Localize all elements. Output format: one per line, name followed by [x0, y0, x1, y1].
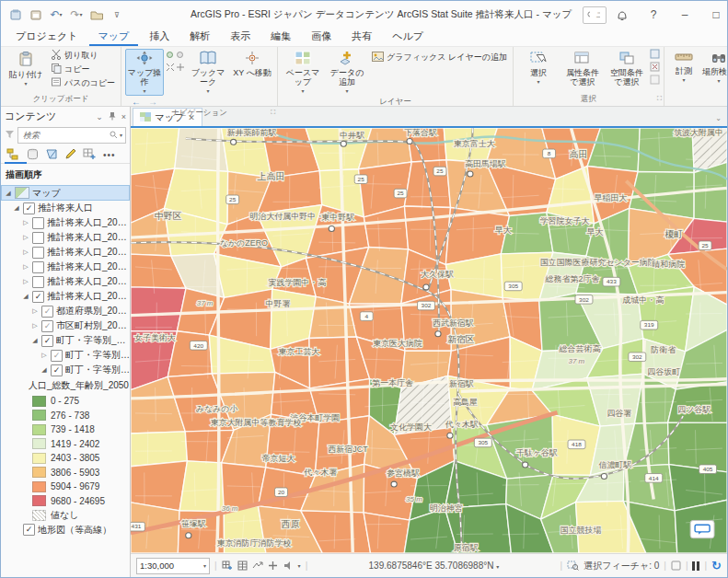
layer-visibility-checkbox[interactable]: ✓: [32, 291, 44, 303]
scale-select[interactable]: 1:30,000 ▾: [136, 558, 210, 574]
choropleth-polygon[interactable]: [131, 128, 179, 175]
zoom-full-icon[interactable]: [166, 51, 175, 62]
new-bookmark-icon[interactable]: [222, 561, 233, 571]
ribbon-tab-編集[interactable]: 編集: [261, 28, 300, 46]
pin-icon[interactable]: [109, 111, 116, 122]
legend-swatch[interactable]: [32, 495, 46, 506]
choropleth-polygon[interactable]: [668, 422, 727, 472]
tree-item[interactable]: ◢✓町丁・字等別_2050年_人...: [1, 363, 130, 377]
more-tabs-icon[interactable]: •••: [103, 150, 116, 160]
collapse-icon[interactable]: ◢: [22, 293, 29, 300]
locate-button[interactable]: 場所検索▾: [701, 49, 728, 86]
search-options-icon[interactable]: ▾: [120, 133, 122, 138]
list-by-data-source-icon[interactable]: [27, 148, 39, 162]
ribbon-tab-画像[interactable]: 画像: [302, 28, 341, 46]
layer-visibility-checkbox[interactable]: [32, 261, 44, 273]
layer-visibility-checkbox[interactable]: ✓: [23, 524, 35, 536]
list-by-drawing-order-icon[interactable]: [6, 148, 20, 162]
attribute-table-icon[interactable]: [237, 561, 248, 571]
customize-qat-icon[interactable]: ⊽: [110, 7, 124, 22]
tree-item[interactable]: ▷推計将来人口_2025年_人口総...: [1, 215, 130, 230]
tree-item[interactable]: ◢✓町丁・字等別_2050年_人口...: [1, 333, 130, 348]
ribbon-tab-マップ[interactable]: マップ: [89, 28, 139, 46]
expand-icon[interactable]: ▷: [22, 263, 29, 271]
previous-extent-icon[interactable]: ←: [132, 97, 141, 107]
help-icon[interactable]: ?: [638, 1, 669, 29]
ribbon-tab-表示[interactable]: 表示: [221, 28, 260, 46]
layer-visibility-checkbox[interactable]: ✓: [41, 335, 53, 347]
contents-search-box[interactable]: ▾: [17, 127, 126, 144]
select-by-attributes-button[interactable]: 属性条件で選択: [561, 49, 604, 89]
layer-visibility-checkbox[interactable]: ✓: [41, 306, 53, 318]
select-all-icon[interactable]: [650, 49, 660, 61]
list-by-snapping-icon[interactable]: [83, 148, 97, 162]
coordinates-readout[interactable]: 139.6875846°E 35.7086988°N ▾: [312, 561, 555, 571]
legend-swatch[interactable]: [32, 481, 46, 492]
ribbon-tab-解析[interactable]: 解析: [180, 28, 219, 46]
pause-drawing-icon[interactable]: [692, 561, 699, 571]
pane-menu-icon[interactable]: ⌄: [96, 112, 103, 121]
fixed-zoom-in-icon[interactable]: [166, 63, 175, 74]
ribbon-tab-挿入[interactable]: 挿入: [140, 28, 179, 46]
snapping-toggle-icon[interactable]: [268, 561, 278, 571]
layer-visibility-checkbox[interactable]: [32, 232, 44, 244]
tree-item[interactable]: ✓地形図（等高線）: [1, 523, 130, 538]
legend-swatch[interactable]: [32, 438, 46, 449]
legend-swatch[interactable]: [32, 424, 46, 435]
no-value-swatch[interactable]: [32, 510, 46, 521]
contents-search-input[interactable]: [21, 130, 108, 141]
legend-swatch[interactable]: [32, 410, 46, 421]
command-search[interactable]: [583, 6, 607, 24]
select-features-icon[interactable]: [567, 561, 579, 571]
paste-button[interactable]: 貼り付け▾: [5, 49, 47, 88]
redo-icon[interactable]: ↷▾: [69, 7, 84, 22]
collapse-icon[interactable]: ◢: [40, 366, 48, 374]
dynamic-constraints-icon[interactable]: [252, 561, 263, 571]
tree-item[interactable]: ◢✓推計将来人口_2050年_人口総...: [1, 289, 130, 304]
explore-button[interactable]: マップ操作▾: [125, 49, 164, 96]
tree-item[interactable]: ▷推計将来人口_2035年_人口総...: [1, 245, 130, 260]
tree-item[interactable]: ▷✓都道府県別_2050年_人口総...: [1, 304, 130, 318]
list-by-selection-icon[interactable]: [45, 148, 58, 162]
add-graphics-layer-button[interactable]: グラフィックス レイヤーの追加: [370, 51, 509, 64]
collapse-icon[interactable]: ◢: [31, 337, 39, 344]
expand-icon[interactable]: ▷: [22, 249, 29, 256]
legend-swatch[interactable]: [32, 453, 46, 464]
command-search-input[interactable]: [593, 9, 602, 20]
bookmarks-button[interactable]: ブックマーク▾: [187, 49, 229, 96]
clear-selection-icon[interactable]: [650, 62, 660, 74]
expand-icon[interactable]: ▷: [22, 278, 29, 285]
layer-visibility-checkbox[interactable]: ✓: [41, 320, 53, 332]
select-by-location-button[interactable]: 空間条件で選択: [606, 49, 648, 89]
expand-icon[interactable]: ▷: [31, 322, 39, 329]
zoom-selected-icon[interactable]: [176, 51, 185, 62]
legend-swatch[interactable]: [32, 467, 46, 478]
ribbon-tab-共有[interactable]: 共有: [342, 28, 381, 46]
add-data-button[interactable]: データの追加▾: [326, 49, 368, 96]
collapse-icon[interactable]: ◢: [5, 190, 12, 197]
basemap-button[interactable]: ベースマップ▾: [282, 49, 324, 96]
select-button[interactable]: 選択▾: [517, 49, 560, 87]
filter-icon[interactable]: [5, 130, 15, 141]
layer-visibility-checkbox[interactable]: [32, 276, 44, 288]
collapse-icon[interactable]: ◢: [13, 204, 20, 212]
maximize-button[interactable]: □: [700, 1, 728, 29]
layer-visibility-checkbox[interactable]: [32, 247, 44, 259]
selection-options-icon[interactable]: [650, 75, 660, 87]
copy-button[interactable]: コピー: [49, 63, 117, 75]
ribbon-tab-プロジェクト[interactable]: プロジェクト: [6, 28, 87, 46]
map-canvas[interactable]: 2525258252543054333023023194203023054182…: [131, 128, 727, 553]
notifications-icon[interactable]: [607, 1, 638, 29]
legend-swatch[interactable]: [32, 396, 46, 407]
save-as-icon[interactable]: [29, 7, 43, 22]
map-view[interactable]: 2525258252543054333023023194203023054182…: [131, 128, 727, 553]
open-project-icon[interactable]: [89, 7, 104, 22]
save-project-icon[interactable]: [8, 7, 23, 22]
tree-item[interactable]: ◢✓推計将来人口: [1, 201, 130, 215]
statusbar-options-icon[interactable]: ▾: [298, 563, 301, 569]
layer-visibility-checkbox[interactable]: ✓: [51, 350, 63, 362]
selection-launcher-icon[interactable]: ⛶: [657, 95, 662, 102]
minimize-button[interactable]: –: [669, 1, 700, 29]
ribbon-tab-ヘルプ[interactable]: ヘルプ: [383, 28, 433, 46]
map-popup-button[interactable]: [690, 520, 714, 538]
